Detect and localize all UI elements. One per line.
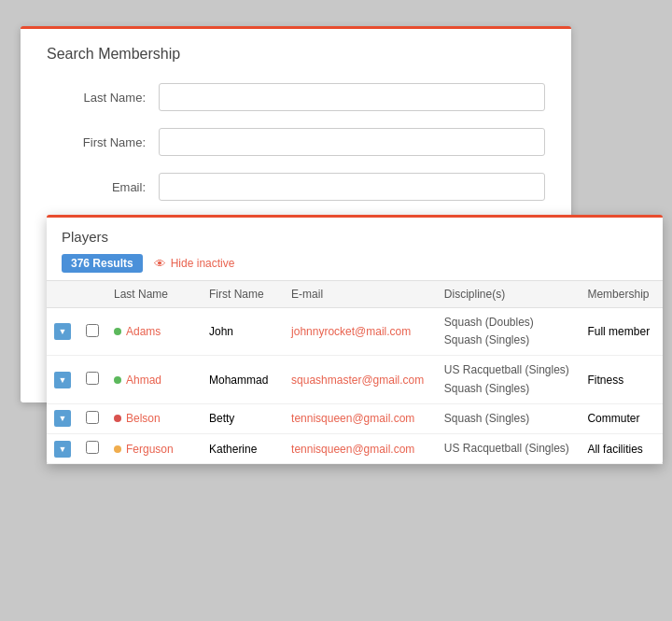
- player-last-name-link[interactable]: Adams: [126, 325, 161, 338]
- table-body: ▼AdamsJohnjohnnyrocket@mail.comSquash (D…: [47, 308, 663, 464]
- player-disciplines: US Racquetball (Singles): [437, 433, 581, 463]
- player-first-name: Mohammad: [202, 356, 284, 403]
- email-input[interactable]: [159, 173, 545, 201]
- player-disciplines: Squash (Doubles)Squash (Singles): [437, 308, 581, 356]
- player-first-name: John: [202, 308, 284, 356]
- players-header: Players 376 Results 👁 Hide inactive: [47, 218, 663, 273]
- eye-icon: 👁: [154, 257, 166, 271]
- last-name-input[interactable]: [159, 83, 545, 111]
- player-disciplines: US Racquetball (Singles)Squash (Singles): [437, 356, 581, 403]
- player-last-name-link[interactable]: Belson: [126, 412, 161, 425]
- player-last-name-link[interactable]: Ahmad: [126, 374, 161, 387]
- row-dropdown-arrow[interactable]: ▼: [54, 323, 71, 340]
- players-card: Players 376 Results 👁 Hide inactive Last…: [47, 215, 663, 464]
- search-card-title: Search Membership: [47, 46, 545, 63]
- player-membership: Full member: [580, 308, 663, 356]
- first-name-input[interactable]: [159, 128, 545, 156]
- status-dot: [114, 445, 121, 453]
- table-row: ▼BelsonBettytennisqueen@gmail.comSquash …: [47, 403, 663, 433]
- player-first-name: Betty: [202, 403, 284, 433]
- col-header-check: [78, 281, 106, 308]
- players-table: Last Name First Name E-mail Discipline(s…: [47, 280, 663, 464]
- player-first-name: Katherine: [202, 433, 284, 463]
- player-disciplines: Squash (Singles): [437, 403, 581, 433]
- results-badge: 376 Results: [62, 254, 143, 273]
- player-email-link[interactable]: johnnyrocket@mail.com: [291, 325, 411, 338]
- players-title: Players: [62, 229, 648, 245]
- table-row: ▼FergusonKatherinetennisqueen@gmail.comU…: [47, 433, 663, 463]
- first-name-row: First Name:: [47, 128, 545, 156]
- table-row: ▼AdamsJohnjohnnyrocket@mail.comSquash (D…: [47, 308, 663, 356]
- row-dropdown-arrow[interactable]: ▼: [54, 372, 71, 388]
- col-header-firstname: First Name: [202, 281, 284, 308]
- header-row: Last Name First Name E-mail Discipline(s…: [47, 281, 663, 308]
- player-email-link[interactable]: tennisqueen@gmail.com: [291, 412, 414, 425]
- col-header-discipline: Discipline(s): [437, 281, 581, 308]
- row-checkbox[interactable]: [86, 324, 99, 337]
- player-email-link[interactable]: tennisqueen@gmail.com: [291, 443, 414, 456]
- col-header-membership: Membership: [580, 281, 663, 308]
- player-membership: All facilities: [580, 433, 663, 463]
- table-header: Last Name First Name E-mail Discipline(s…: [47, 281, 663, 308]
- last-name-row: Last Name:: [47, 83, 545, 111]
- row-checkbox[interactable]: [86, 372, 99, 385]
- last-name-label: Last Name:: [47, 91, 159, 105]
- players-toolbar: 376 Results 👁 Hide inactive: [62, 254, 648, 273]
- table-row: ▼AhmadMohammadsquashmaster@gmail.comUS R…: [47, 356, 663, 403]
- status-dot: [114, 376, 121, 384]
- row-dropdown-arrow[interactable]: ▼: [54, 410, 71, 427]
- email-label: Email:: [47, 180, 159, 194]
- status-dot: [114, 415, 121, 422]
- first-name-label: First Name:: [47, 135, 159, 149]
- status-dot: [114, 328, 121, 335]
- row-checkbox[interactable]: [86, 441, 99, 454]
- hide-inactive-label: Hide inactive: [171, 257, 235, 270]
- col-header-lastname: Last Name: [106, 281, 202, 308]
- player-last-name-link[interactable]: Ferguson: [126, 443, 174, 456]
- player-email-link[interactable]: squashmaster@gmail.com: [291, 374, 424, 387]
- row-checkbox[interactable]: [86, 411, 99, 424]
- row-dropdown-arrow[interactable]: ▼: [54, 441, 71, 458]
- player-membership: Fitness: [580, 356, 663, 403]
- email-row: Email:: [47, 173, 545, 201]
- col-header-email: E-mail: [284, 281, 437, 308]
- hide-inactive-button[interactable]: 👁 Hide inactive: [154, 257, 235, 271]
- col-header-arrow: [47, 281, 78, 308]
- player-membership: Commuter: [580, 403, 663, 433]
